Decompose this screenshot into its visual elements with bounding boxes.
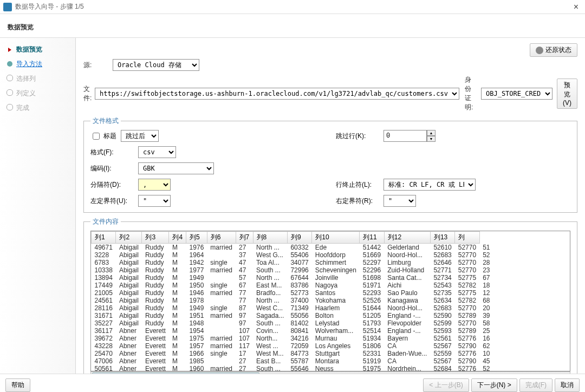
header-checkbox-label[interactable]: 标题 bbox=[90, 131, 116, 141]
table-row[interactable]: 3228AbigailRuddyM196437West G...55406Hoo… bbox=[92, 251, 493, 259]
column-header[interactable]: 列 bbox=[455, 232, 479, 244]
table-cell: Nagoya bbox=[312, 282, 360, 289]
table-row[interactable]: 13894AbigailRuddyM194957North ...67644Jo… bbox=[92, 274, 493, 282]
table-cell: Nordrhein... bbox=[384, 365, 430, 371]
table-row[interactable]: 49671AbigailRuddyM1976married27North ...… bbox=[92, 244, 493, 252]
table-cell: 52683 bbox=[430, 251, 454, 259]
table-row[interactable]: 39672AbnerEverettM1975married107North...… bbox=[92, 335, 493, 342]
source-select[interactable]: Oracle Cloud 存储 bbox=[113, 59, 199, 71]
table-cell: 52776 bbox=[455, 365, 479, 371]
table-cell: married bbox=[207, 342, 236, 350]
table-row[interactable]: 10338AbigailRuddyM1977married47South ...… bbox=[92, 266, 493, 274]
table-row[interactable]: 25470AbnerEverettM1966single17West M...8… bbox=[92, 350, 493, 357]
column-header[interactable]: 列5 bbox=[186, 232, 207, 244]
preview-button[interactable]: 预览(V) bbox=[557, 79, 577, 109]
help-button[interactable]: 帮助 bbox=[5, 378, 30, 392]
delimiter-select[interactable]: , bbox=[138, 179, 171, 191]
table-cell: 60332 bbox=[287, 244, 311, 252]
table-row[interactable]: 47006AbnerEverettM198527East B...55787Mo… bbox=[92, 357, 493, 365]
table-cell: Ede bbox=[312, 244, 360, 252]
table-cell: West C... bbox=[253, 304, 287, 312]
step-select-cols: 选择列 bbox=[3, 73, 72, 85]
table-cell: single bbox=[207, 350, 236, 357]
scrollbar-thumb[interactable] bbox=[92, 373, 259, 374]
table-cell: Murnau bbox=[312, 335, 360, 342]
table-cell: Abigail bbox=[116, 274, 142, 282]
table-row[interactable]: 24561AbigailRuddyM197877North ...37400Yo… bbox=[92, 297, 493, 304]
header-checkbox[interactable] bbox=[93, 133, 100, 140]
spin-up-icon[interactable]: ▲ bbox=[427, 130, 435, 136]
table-row[interactable]: 17449AbigailRuddyM1950single67East M...8… bbox=[92, 282, 493, 289]
column-header[interactable]: 列3 bbox=[142, 232, 169, 244]
table-cell bbox=[207, 327, 236, 335]
table-cell: North... bbox=[253, 335, 287, 342]
format-select[interactable]: csv bbox=[138, 146, 176, 158]
column-header[interactable]: 列13 bbox=[430, 232, 454, 244]
table-cell bbox=[207, 319, 236, 327]
spin-down-icon[interactable]: ▼ bbox=[427, 136, 435, 142]
table-cell: Everett bbox=[142, 350, 169, 357]
table-row[interactable]: 35227AbigailRuddyM194897South ...81402Le… bbox=[92, 319, 493, 327]
right-enclosure-select[interactable]: " bbox=[384, 195, 416, 207]
table-row[interactable]: 36117AbnerEverettM1954107Covin...80841Wo… bbox=[92, 327, 493, 335]
table-cell: M bbox=[169, 319, 186, 327]
table-cell: 20 bbox=[479, 304, 493, 312]
back-button: < 上一步(B) bbox=[423, 378, 469, 392]
column-header[interactable]: 列10 bbox=[312, 232, 360, 244]
table-row[interactable]: 21005AbigailRuddyM1946married77Bradfo...… bbox=[92, 289, 493, 297]
right-enclosure-label: 右定界符(R): bbox=[336, 197, 379, 206]
step-import-method[interactable]: 导入方法 bbox=[3, 58, 72, 70]
horizontal-scrollbar[interactable] bbox=[90, 371, 570, 374]
line-terminator-select[interactable]: 标准: CR LF, CR 或 LF bbox=[384, 179, 476, 191]
table-cell: Joinville bbox=[312, 274, 360, 282]
table-row[interactable]: 6783AbigailRuddyM1942single47Toa Al...34… bbox=[92, 259, 493, 266]
table-cell: 107 bbox=[236, 335, 253, 342]
skip-after-select[interactable]: 跳过后 bbox=[121, 130, 159, 142]
table-cell: 52610 bbox=[430, 244, 454, 252]
table-cell: 43228 bbox=[92, 342, 116, 350]
table-cell: 52770 bbox=[455, 251, 479, 259]
close-icon[interactable]: × bbox=[570, 2, 582, 12]
column-header[interactable]: 列9 bbox=[287, 232, 311, 244]
file-contents-legend: 文件内容 bbox=[90, 217, 121, 226]
file-input[interactable]: https://swiftobjectstorage.us-ashburn-1.… bbox=[95, 88, 459, 100]
table-cell: Abigail bbox=[116, 266, 142, 274]
table-row[interactable]: 43228AbnerEverettM1957married117West ...… bbox=[92, 342, 493, 350]
table-cell: Kanagawa bbox=[384, 297, 430, 304]
table-cell: 52599 bbox=[430, 319, 454, 327]
skip-rows-input[interactable] bbox=[384, 130, 427, 142]
table-cell: West G... bbox=[253, 251, 287, 259]
gear-icon bbox=[536, 47, 543, 54]
table-cell: Abner bbox=[116, 357, 142, 365]
data-preview-table[interactable]: 列1列2列3列4列5列6列7列8列9列10列11列12列13列 49671Abi… bbox=[90, 231, 570, 371]
table-cell: South ... bbox=[253, 365, 287, 371]
table-cell: Abigail bbox=[116, 319, 142, 327]
column-header[interactable]: 列7 bbox=[236, 232, 253, 244]
table-cell: 52782 bbox=[455, 297, 479, 304]
restore-state-button[interactable]: 还原状态 bbox=[530, 43, 577, 57]
table-cell: 12 bbox=[479, 289, 493, 297]
table-cell: 80841 bbox=[287, 327, 311, 335]
table-cell: 51205 bbox=[360, 312, 384, 319]
column-header[interactable]: 列2 bbox=[116, 232, 142, 244]
column-header[interactable]: 列1 bbox=[92, 232, 116, 244]
skip-rows-spinner[interactable]: ▲▼ bbox=[384, 130, 435, 142]
table-cell: Everett bbox=[142, 357, 169, 365]
column-header[interactable]: 列6 bbox=[207, 232, 236, 244]
column-header[interactable]: 列8 bbox=[253, 232, 287, 244]
column-header[interactable]: 列12 bbox=[384, 232, 430, 244]
table-cell: 52684 bbox=[430, 365, 454, 371]
table-row[interactable]: 28116AbigailRuddyM1949single87West C...7… bbox=[92, 304, 493, 312]
encoding-select[interactable]: GBK bbox=[138, 162, 214, 174]
table-row[interactable]: 31671AbigailRuddyM1951married97Sagada...… bbox=[92, 312, 493, 319]
file-label: 文件: bbox=[83, 84, 95, 103]
table-cell: North ... bbox=[253, 244, 287, 252]
next-button[interactable]: 下一步(N) > bbox=[471, 378, 517, 392]
left-enclosure-select[interactable]: " bbox=[138, 195, 171, 207]
cancel-button[interactable]: 取消 bbox=[555, 378, 580, 392]
step-preview[interactable]: 数据预览 bbox=[3, 43, 72, 56]
table-row[interactable]: 50561AbnerEverettM1960married27South ...… bbox=[92, 365, 493, 371]
column-header[interactable]: 列4 bbox=[169, 232, 186, 244]
credential-select[interactable]: OBJ_STORE_CRED bbox=[481, 88, 552, 100]
column-header[interactable]: 列11 bbox=[360, 232, 384, 244]
